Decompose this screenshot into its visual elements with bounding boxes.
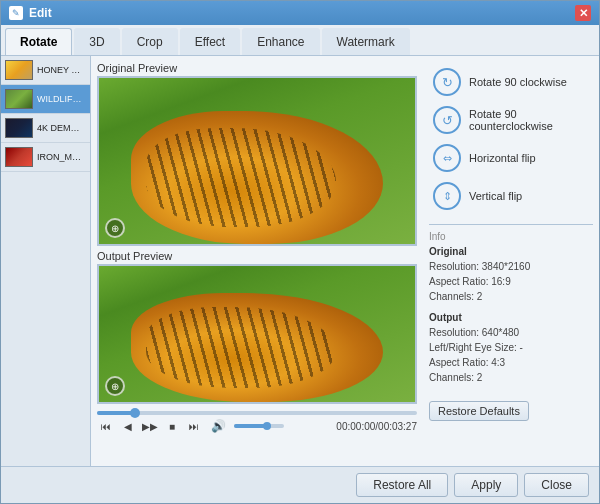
- sidebar-thumb-wildlife: [5, 89, 33, 109]
- edit-window: ✎ Edit ✕ Rotate 3D Crop Effect Enhance W…: [0, 0, 600, 504]
- previews-left: Original Preview ⊕ Output Preview ⊕: [97, 62, 417, 460]
- restore-all-button[interactable]: Restore All: [356, 473, 448, 497]
- window-title: Edit: [29, 6, 52, 20]
- info-output-eye-size: Left/Right Eye Size: -: [429, 340, 593, 355]
- sidebar: HONEY BEES ... WILDLIFE IN 4... 4K DEMO …: [1, 56, 91, 466]
- sidebar-label-4k: 4K DEMO ULT...: [37, 123, 86, 134]
- original-tiger-image: ⊕: [99, 78, 415, 244]
- sidebar-label-honey: HONEY BEES ...: [37, 65, 86, 76]
- rotate-actions: ↻ Rotate 90 clockwise ↺ Rotate 90 counte…: [429, 66, 593, 212]
- previews-section: Original Preview ⊕ Output Preview ⊕: [97, 62, 593, 460]
- info-original-aspect: Aspect Ratio: 16:9: [429, 274, 593, 289]
- info-section: Info Original Resolution: 3840*2160 Aspe…: [429, 224, 593, 421]
- title-bar: ✎ Edit ✕: [1, 1, 599, 25]
- info-output-title: Output: [429, 312, 593, 323]
- tab-enhance[interactable]: Enhance: [242, 28, 319, 55]
- sidebar-thumb-4k: [5, 118, 33, 138]
- v-flip-label: Vertical flip: [469, 190, 522, 202]
- tab-crop[interactable]: Crop: [122, 28, 178, 55]
- content-area: Original Preview ⊕ Output Preview ⊕: [91, 56, 599, 466]
- info-original-channels: Channels: 2: [429, 289, 593, 304]
- sidebar-item-honey[interactable]: HONEY BEES ...: [1, 56, 90, 85]
- seek-bar[interactable]: [97, 411, 417, 415]
- apply-button[interactable]: Apply: [454, 473, 518, 497]
- stop-button[interactable]: ■: [163, 417, 181, 435]
- window-icon: ✎: [9, 6, 23, 20]
- output-preview-label: Output Preview: [97, 250, 417, 262]
- main-content: HONEY BEES ... WILDLIFE IN 4... 4K DEMO …: [1, 56, 599, 466]
- output-tiger-image: ⊕: [99, 266, 415, 402]
- info-output-aspect: Aspect Ratio: 4:3: [429, 355, 593, 370]
- sidebar-item-4k[interactable]: 4K DEMO ULT...: [1, 114, 90, 143]
- right-panel: ↻ Rotate 90 clockwise ↺ Rotate 90 counte…: [423, 62, 593, 460]
- rotate-cw-icon: ↻: [433, 68, 461, 96]
- controls-bar: ⏮ ◀ ▶▶ ■ ⏭ 🔊 00:00:00/00:03:27: [97, 411, 417, 435]
- rotate-ccw-label: Rotate 90 counterclockwise: [469, 108, 589, 132]
- playback-controls: ⏮ ◀ ▶▶ ■ ⏭ 🔊 00:00:00/00:03:27: [97, 417, 417, 435]
- tab-rotate[interactable]: Rotate: [5, 28, 72, 55]
- sidebar-thumb-iron: [5, 147, 33, 167]
- sidebar-thumb-honey: [5, 60, 33, 80]
- tab-effect[interactable]: Effect: [180, 28, 240, 55]
- sidebar-item-iron[interactable]: IRON_MAN_3...: [1, 143, 90, 172]
- h-flip-action[interactable]: ⇔ Horizontal flip: [429, 142, 593, 174]
- info-title: Info: [429, 231, 593, 242]
- sidebar-item-wildlife[interactable]: WILDLIFE IN 4...: [1, 85, 90, 114]
- tab-3d[interactable]: 3D: [74, 28, 119, 55]
- original-preview-container: ⊕: [97, 76, 417, 246]
- v-flip-icon: ⇕: [433, 182, 461, 210]
- sidebar-label-wildlife: WILDLIFE IN 4...: [37, 94, 86, 105]
- info-original-group: Original Resolution: 3840*2160 Aspect Ra…: [429, 246, 593, 304]
- info-output-channels: Channels: 2: [429, 370, 593, 385]
- output-compass-icon: ⊕: [105, 376, 125, 396]
- rotate-cw-label: Rotate 90 clockwise: [469, 76, 567, 88]
- info-output-group: Output Resolution: 640*480 Left/Right Ey…: [429, 312, 593, 385]
- original-preview-label: Original Preview: [97, 62, 417, 74]
- volume-thumb: [263, 422, 271, 430]
- window-close-button[interactable]: ✕: [575, 5, 591, 21]
- close-button[interactable]: Close: [524, 473, 589, 497]
- info-output-resolution: Resolution: 640*480: [429, 325, 593, 340]
- rotate-ccw-icon: ↺: [433, 106, 461, 134]
- bottom-bar: Restore All Apply Close: [1, 466, 599, 503]
- sidebar-label-iron: IRON_MAN_3...: [37, 152, 86, 163]
- rotate-ccw-action[interactable]: ↺ Rotate 90 counterclockwise: [429, 104, 593, 136]
- play-button[interactable]: ▶▶: [141, 417, 159, 435]
- seek-bar-container: [97, 411, 417, 415]
- volume-icon: 🔊: [211, 419, 226, 433]
- time-display: 00:00:00/00:03:27: [336, 421, 417, 432]
- step-back-button[interactable]: ◀: [119, 417, 137, 435]
- h-flip-label: Horizontal flip: [469, 152, 536, 164]
- original-compass-icon: ⊕: [105, 218, 125, 238]
- original-preview-block: Original Preview ⊕: [97, 62, 417, 246]
- volume-bar[interactable]: [234, 424, 284, 428]
- tab-watermark[interactable]: Watermark: [322, 28, 410, 55]
- skip-back-button[interactable]: ⏮: [97, 417, 115, 435]
- tab-bar: Rotate 3D Crop Effect Enhance Watermark: [1, 25, 599, 56]
- h-flip-icon: ⇔: [433, 144, 461, 172]
- info-original-title: Original: [429, 246, 593, 257]
- restore-defaults-button[interactable]: Restore Defaults: [429, 401, 529, 421]
- volume-fill: [234, 424, 267, 428]
- info-original-resolution: Resolution: 3840*2160: [429, 259, 593, 274]
- rotate-cw-action[interactable]: ↻ Rotate 90 clockwise: [429, 66, 593, 98]
- v-flip-action[interactable]: ⇕ Vertical flip: [429, 180, 593, 212]
- skip-forward-button[interactable]: ⏭: [185, 417, 203, 435]
- output-preview-container: ⊕: [97, 264, 417, 404]
- output-preview-block: Output Preview ⊕: [97, 250, 417, 404]
